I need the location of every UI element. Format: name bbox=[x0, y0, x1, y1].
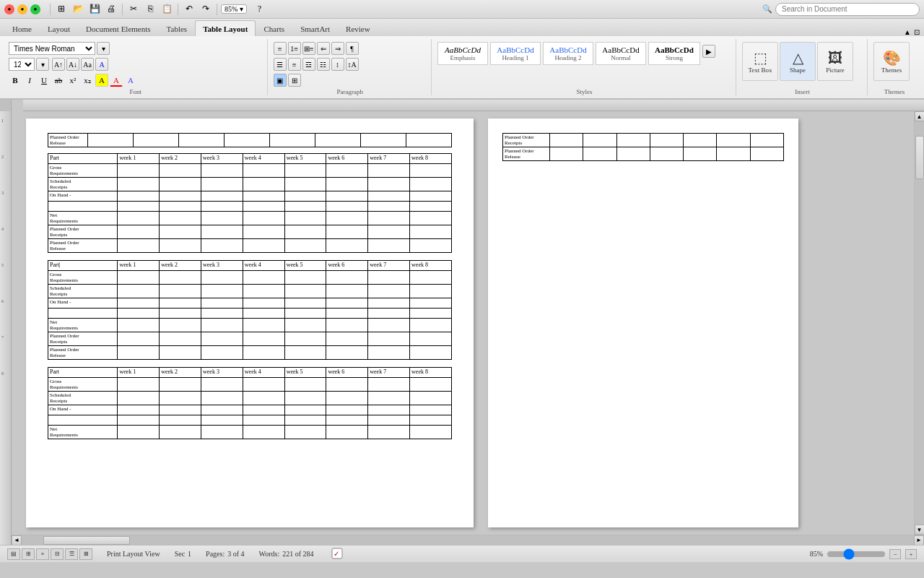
new-btn[interactable]: ⊞ bbox=[54, 2, 69, 17]
spell-icon[interactable]: ✓ bbox=[331, 548, 343, 561]
tab-tables[interactable]: Tables bbox=[159, 20, 196, 36]
scroll-left-btn[interactable]: ◄ bbox=[12, 535, 22, 545]
numbering-btn[interactable]: 1≡ bbox=[288, 42, 301, 55]
ribbon-collapse[interactable]: ▲ ⊡ bbox=[904, 28, 920, 36]
align-center-btn[interactable]: ≡ bbox=[288, 58, 301, 71]
font-dropdown-btn[interactable]: ▾ bbox=[97, 42, 110, 55]
table-row: On Hand - bbox=[48, 405, 452, 415]
view-btn-3[interactable]: ≡ bbox=[36, 548, 49, 560]
zoom-in-btn[interactable]: + bbox=[905, 549, 917, 559]
scrollbar-thumb[interactable] bbox=[915, 136, 924, 179]
font-color-btn[interactable]: A bbox=[110, 74, 123, 87]
minimize-btn[interactable]: ● bbox=[17, 4, 27, 14]
style-strong[interactable]: AaBbCcDd Strong bbox=[648, 42, 700, 65]
save-btn[interactable]: 💾 bbox=[87, 2, 102, 17]
picture-btn[interactable]: 🖼 Picture bbox=[817, 42, 853, 81]
tab-table-layout[interactable]: Table Layout bbox=[195, 20, 256, 36]
style-heading2[interactable]: AaBbCcDd Heading 2 bbox=[543, 42, 593, 65]
view-btn-4[interactable]: ⊟ bbox=[51, 548, 64, 560]
italic-btn[interactable]: I bbox=[23, 74, 36, 87]
copy-btn[interactable]: ⎘ bbox=[143, 2, 157, 17]
redo-btn[interactable]: ↷ bbox=[199, 2, 213, 17]
strikethrough-btn[interactable]: ab bbox=[52, 74, 65, 87]
wk3-3: week 3 bbox=[201, 368, 243, 378]
table-row: Planned OrderRelease bbox=[48, 134, 452, 147]
cell bbox=[201, 405, 243, 415]
multilevel-btn[interactable]: ⊞≡ bbox=[302, 42, 315, 55]
decrease-indent-btn[interactable]: ⇐ bbox=[317, 42, 330, 55]
cell bbox=[284, 164, 326, 178]
font-size-dropdown[interactable]: ▾ bbox=[36, 58, 49, 71]
shading-btn[interactable]: ▣ bbox=[274, 74, 287, 87]
styles-more-btn[interactable]: ▶ bbox=[702, 45, 715, 58]
bullets-btn[interactable]: ≡ bbox=[274, 42, 287, 55]
week1-header: week 1 bbox=[118, 154, 160, 164]
tab-charts[interactable]: Charts bbox=[256, 20, 292, 36]
cell bbox=[750, 147, 783, 161]
close-btn[interactable]: ● bbox=[4, 4, 14, 14]
bold-btn[interactable]: B bbox=[9, 74, 22, 87]
open-btn[interactable]: 📂 bbox=[71, 2, 85, 17]
doc-scroll[interactable]: Planned OrderRelease bbox=[12, 111, 914, 535]
justify-btn[interactable]: ☷ bbox=[317, 58, 330, 71]
borders-btn[interactable]: ⊞ bbox=[288, 74, 301, 87]
show-para-btn[interactable]: ¶ bbox=[346, 42, 359, 55]
scroll-up-btn[interactable]: ▲ bbox=[915, 111, 925, 121]
view-btn-1[interactable]: ▤ bbox=[7, 548, 20, 560]
align-right-btn[interactable]: ☲ bbox=[302, 58, 315, 71]
font-select[interactable]: Times New Roman bbox=[9, 42, 95, 55]
horizontal-scrollbar[interactable]: ◄ ► bbox=[12, 535, 924, 545]
clear-format-btn[interactable]: A bbox=[95, 58, 108, 71]
h-scrollbar-thumb[interactable] bbox=[43, 536, 130, 545]
themes-btn[interactable]: 🎨 Themes bbox=[873, 42, 910, 81]
textbox-btn[interactable]: ⬚ Text Box bbox=[742, 42, 778, 81]
search-input[interactable] bbox=[775, 3, 920, 16]
view-btn-2[interactable]: ⊞ bbox=[22, 548, 35, 560]
zoom-out-btn[interactable]: − bbox=[889, 549, 901, 559]
vertical-scrollbar[interactable]: ▲ ▼ bbox=[914, 111, 924, 535]
change-case-btn[interactable]: Aa bbox=[81, 58, 94, 71]
cell bbox=[160, 415, 201, 426]
maximize-btn[interactable]: ● bbox=[30, 4, 40, 14]
increase-font-btn[interactable]: A↑ bbox=[52, 58, 65, 71]
cell bbox=[118, 346, 160, 360]
scrollbar-track[interactable] bbox=[915, 121, 925, 525]
style-emphasis[interactable]: AaBbCcDd Emphasis bbox=[437, 42, 488, 65]
font-size-select[interactable]: 12 bbox=[9, 58, 35, 71]
help-btn[interactable]: ? bbox=[252, 2, 266, 17]
scroll-down-btn[interactable]: ▼ bbox=[915, 525, 925, 535]
highlight-btn[interactable]: A bbox=[95, 74, 108, 87]
paste-btn[interactable]: 📋 bbox=[160, 2, 174, 17]
tab-smartart[interactable]: SmartArt bbox=[292, 20, 338, 36]
view-btn-6[interactable]: ⊠ bbox=[79, 548, 92, 560]
view-btn-5[interactable]: ☰ bbox=[65, 548, 78, 560]
style-normal[interactable]: AaBbCcDd Normal bbox=[596, 42, 646, 65]
zoom-control[interactable]: 85% ▾ bbox=[221, 4, 247, 14]
align-left-btn[interactable]: ☰ bbox=[274, 58, 287, 71]
sort-btn[interactable]: ↕A bbox=[346, 58, 359, 71]
superscript-btn[interactable]: x² bbox=[66, 74, 79, 87]
cut-btn[interactable]: ✂ bbox=[126, 2, 141, 17]
tab-home[interactable]: Home bbox=[4, 20, 40, 36]
cell bbox=[326, 298, 368, 309]
shape-btn[interactable]: △ Shape bbox=[780, 42, 816, 81]
line-spacing-btn[interactable]: ↕ bbox=[331, 58, 344, 71]
wk3: week 3 bbox=[201, 261, 243, 271]
text-effects-btn[interactable]: A bbox=[124, 74, 137, 87]
scroll-right-btn[interactable]: ► bbox=[914, 535, 924, 545]
underline-btn[interactable]: U bbox=[38, 74, 51, 87]
tab-document-elements[interactable]: Document Elements bbox=[78, 20, 159, 36]
print-btn[interactable]: 🖨 bbox=[104, 2, 118, 17]
tab-layout[interactable]: Layout bbox=[40, 20, 78, 36]
zoom-slider[interactable] bbox=[827, 551, 885, 557]
increase-indent-btn[interactable]: ⇒ bbox=[331, 42, 344, 55]
cell bbox=[326, 378, 368, 392]
h-scroll-track[interactable] bbox=[22, 535, 914, 545]
style-heading1[interactable]: AaBbCcDd Heading 1 bbox=[490, 42, 541, 65]
tab-review[interactable]: Review bbox=[338, 20, 378, 36]
subscript-btn[interactable]: x₂ bbox=[81, 74, 94, 87]
decrease-font-btn[interactable]: A↓ bbox=[66, 58, 79, 71]
undo-btn[interactable]: ↶ bbox=[182, 2, 196, 17]
para-row2: ☰ ≡ ☲ ☷ ↕ ↕A bbox=[274, 58, 427, 71]
cell bbox=[201, 415, 243, 426]
